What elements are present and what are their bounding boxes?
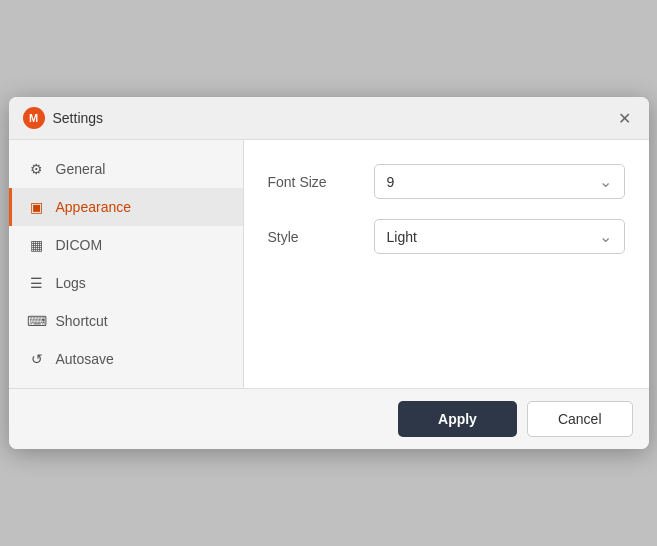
dialog-body: ⚙ General ▣ Appearance ▦ DICOM ☰ Logs ⌨ …: [9, 140, 649, 388]
sidebar-label-logs: Logs: [56, 275, 86, 291]
close-button[interactable]: ✕: [615, 108, 635, 128]
style-value: Light: [387, 229, 417, 245]
chevron-down-icon: ⌄: [599, 227, 612, 246]
sidebar-label-autosave: Autosave: [56, 351, 114, 367]
dicom-icon: ▦: [28, 236, 46, 254]
sidebar: ⚙ General ▣ Appearance ▦ DICOM ☰ Logs ⌨ …: [9, 140, 244, 388]
sidebar-item-logs[interactable]: ☰ Logs: [9, 264, 243, 302]
shortcut-icon: ⌨: [28, 312, 46, 330]
dialog-title: Settings: [53, 110, 104, 126]
sidebar-label-general: General: [56, 161, 106, 177]
sidebar-item-shortcut[interactable]: ⌨ Shortcut: [9, 302, 243, 340]
settings-dialog: M Settings ✕ ⚙ General ▣ Appearance ▦ DI…: [9, 97, 649, 449]
font-size-row: Font Size 9 ⌄: [268, 164, 625, 199]
sidebar-item-autosave[interactable]: ↺ Autosave: [9, 340, 243, 378]
cancel-button[interactable]: Cancel: [527, 401, 633, 437]
style-select[interactable]: Light ⌄: [374, 219, 625, 254]
footer: Apply Cancel: [9, 388, 649, 449]
style-row: Style Light ⌄: [268, 219, 625, 254]
font-size-label: Font Size: [268, 174, 358, 190]
sidebar-label-appearance: Appearance: [56, 199, 132, 215]
apply-button[interactable]: Apply: [398, 401, 517, 437]
font-size-value: 9: [387, 174, 395, 190]
font-size-select[interactable]: 9 ⌄: [374, 164, 625, 199]
logs-icon: ☰: [28, 274, 46, 292]
style-label: Style: [268, 229, 358, 245]
autosave-icon: ↺: [28, 350, 46, 368]
sidebar-item-dicom[interactable]: ▦ DICOM: [9, 226, 243, 264]
sidebar-item-appearance[interactable]: ▣ Appearance: [9, 188, 243, 226]
title-bar: M Settings ✕: [9, 97, 649, 140]
appearance-icon: ▣: [28, 198, 46, 216]
sidebar-item-general[interactable]: ⚙ General: [9, 150, 243, 188]
sidebar-label-dicom: DICOM: [56, 237, 103, 253]
title-bar-left: M Settings: [23, 107, 104, 129]
main-content: Font Size 9 ⌄ Style Light ⌄: [244, 140, 649, 388]
app-icon: M: [23, 107, 45, 129]
gear-icon: ⚙: [28, 160, 46, 178]
sidebar-label-shortcut: Shortcut: [56, 313, 108, 329]
chevron-down-icon: ⌄: [599, 172, 612, 191]
